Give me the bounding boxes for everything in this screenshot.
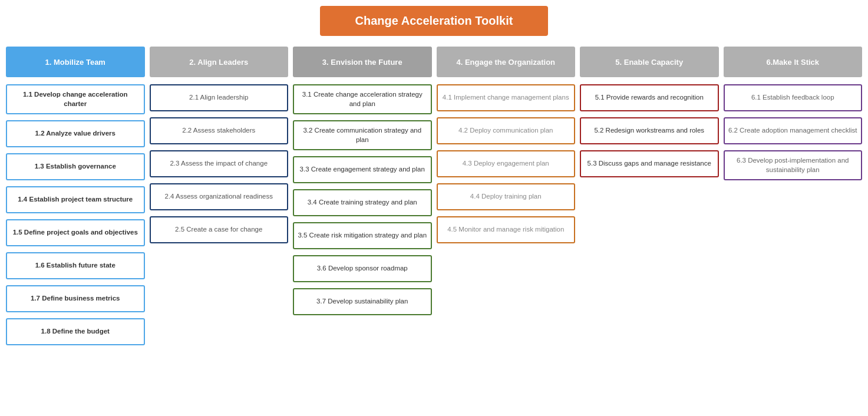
col-header-col4: 4. Engage the Organization [437, 47, 576, 77]
card-col2-2[interactable]: 2.3 Assess the impact of change [150, 150, 289, 177]
page-container: Change Acceleration Toolkit 1. Mobilize … [0, 0, 868, 357]
column-col2: 2. Align Leaders2.1 Align leadership2.2 … [150, 47, 289, 249]
card-col4-0[interactable]: 4.1 Implement change management plans [437, 84, 576, 111]
column-col4: 4. Engage the Organization4.1 Implement … [437, 47, 576, 249]
card-col2-0[interactable]: 2.1 Align leadership [150, 84, 289, 111]
column-col3: 3. Envision the Future3.1 Create change … [293, 47, 432, 321]
card-col1-5[interactable]: 1.6 Establish future state [6, 252, 145, 279]
card-col6-2[interactable]: 6.3 Develop post-implementation and sust… [724, 150, 863, 180]
main-title: Change Acceleration Toolkit [320, 6, 549, 36]
card-col1-0[interactable]: 1.1 Develop change acceleration charter [6, 84, 145, 114]
card-col1-2[interactable]: 1.3 Establish governance [6, 153, 145, 180]
col-header-col2: 2. Align Leaders [150, 47, 289, 77]
card-col2-3[interactable]: 2.4 Assess organizational readiness [150, 183, 289, 210]
card-col3-3[interactable]: 3.4 Create training strategy and plan [293, 189, 432, 216]
column-col6: 6.Make It Stick6.1 Establish feedback lo… [724, 47, 863, 186]
col-header-col5: 5. Enable Capacity [580, 47, 719, 77]
title-bar: Change Acceleration Toolkit [6, 6, 862, 36]
col-header-col3: 3. Envision the Future [293, 47, 432, 77]
card-col5-1[interactable]: 5.2 Redesign workstreams and roles [580, 117, 719, 144]
card-col3-2[interactable]: 3.3 Create engagement strategy and plan [293, 156, 432, 183]
column-col1: 1. Mobilize Team1.1 Develop change accel… [6, 47, 145, 351]
card-col1-6[interactable]: 1.7 Define business metrics [6, 285, 145, 312]
card-col3-0[interactable]: 3.1 Create change acceleration strategy … [293, 84, 432, 114]
card-col6-0[interactable]: 6.1 Establish feedback loop [724, 84, 863, 111]
card-col5-0[interactable]: 5.1 Provide rewards and recognition [580, 84, 719, 111]
columns-wrapper: 1. Mobilize Team1.1 Develop change accel… [6, 47, 862, 351]
card-col5-2[interactable]: 5.3 Discuss gaps and manage resistance [580, 150, 719, 177]
card-col3-1[interactable]: 3.2 Create communication strategy and pl… [293, 120, 432, 150]
col-header-col1: 1. Mobilize Team [6, 47, 145, 77]
card-col4-3[interactable]: 4.4 Deploy training plan [437, 183, 576, 210]
column-col5: 5. Enable Capacity5.1 Provide rewards an… [580, 47, 719, 183]
card-col1-4[interactable]: 1.5 Define project goals and objectives [6, 219, 145, 246]
card-col1-3[interactable]: 1.4 Establish project team structure [6, 186, 145, 213]
card-col1-1[interactable]: 1.2 Analyze value drivers [6, 120, 145, 147]
card-col3-6[interactable]: 3.7 Develop sustainability plan [293, 288, 432, 315]
card-col4-4[interactable]: 4.5 Monitor and manage risk mitigation [437, 216, 576, 243]
card-col2-4[interactable]: 2.5 Create a case for change [150, 216, 289, 243]
card-col3-4[interactable]: 3.5 Create risk mitigation strategy and … [293, 222, 432, 249]
card-col6-1[interactable]: 6.2 Create adoption management checklist [724, 117, 863, 144]
card-col4-2[interactable]: 4.3 Deploy engagement plan [437, 150, 576, 177]
card-col2-1[interactable]: 2.2 Assess stakeholders [150, 117, 289, 144]
card-col3-5[interactable]: 3.6 Develop sponsor roadmap [293, 255, 432, 282]
card-col1-7[interactable]: 1.8 Define the budget [6, 318, 145, 345]
col-header-col6: 6.Make It Stick [724, 47, 863, 77]
card-col4-1[interactable]: 4.2 Deploy communication plan [437, 117, 576, 144]
